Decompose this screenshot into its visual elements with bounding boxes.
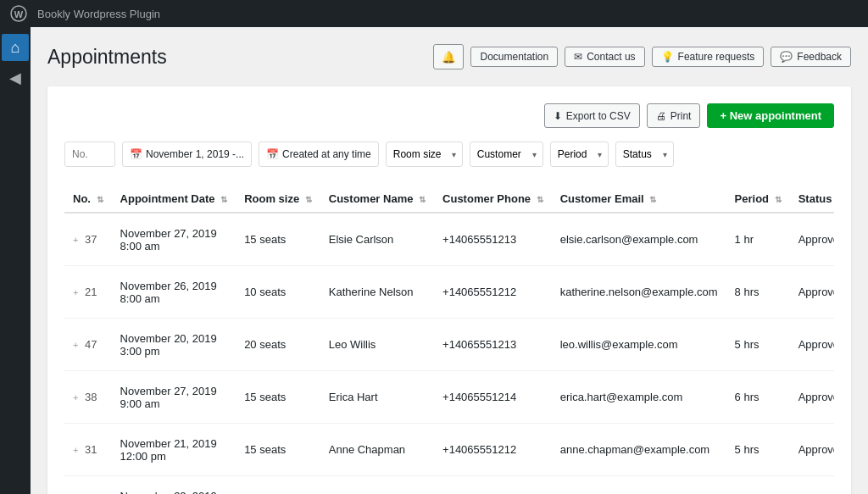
table-row: + 37 November 27, 20198:00 am 15 seats E… bbox=[64, 213, 834, 266]
cell-name: Leo Willis bbox=[320, 319, 434, 371]
table-row: + 38 November 27, 20199:00 am 15 seats E… bbox=[64, 371, 834, 424]
wordpress-logo: W bbox=[10, 5, 27, 22]
col-phone: Customer Phone ⇅ bbox=[434, 184, 552, 213]
room-size-filter[interactable]: Room size bbox=[386, 142, 463, 167]
table-row: + 21 November 26, 20198:00 am 10 seats K… bbox=[64, 266, 834, 319]
created-at-filter[interactable]: 📅 Created at any time bbox=[259, 142, 379, 167]
calendar-icon-2: 📅 bbox=[266, 148, 279, 160]
sidebar-arrow-icon[interactable]: ◀ bbox=[2, 64, 29, 92]
period-filter[interactable]: Period bbox=[550, 142, 609, 167]
expand-icon[interactable]: + bbox=[73, 287, 78, 297]
cell-email: charlene.fox@example.com bbox=[552, 476, 726, 495]
sort-icon-no[interactable]: ⇅ bbox=[97, 195, 103, 204]
cell-name: Erica Hart bbox=[320, 371, 434, 424]
cell-phone: +14065551212 bbox=[434, 424, 552, 476]
cell-date: November 20, 20193:00 pm bbox=[112, 319, 236, 371]
print-button[interactable]: 🖨 Print bbox=[647, 103, 701, 128]
sort-icon-email[interactable]: ⇅ bbox=[649, 195, 656, 204]
col-no: No. ⇅ bbox=[64, 184, 112, 213]
sort-icon-room[interactable]: ⇅ bbox=[305, 195, 312, 204]
filter-row: 📅 November 1, 2019 -... 📅 Created at any… bbox=[64, 142, 834, 167]
sort-icon-date[interactable]: ⇅ bbox=[220, 195, 227, 204]
col-date: Appointment Date ⇅ bbox=[112, 184, 236, 213]
sort-icon-name[interactable]: ⇅ bbox=[419, 195, 426, 204]
documentation-button[interactable]: Documentation bbox=[470, 47, 558, 67]
cell-email: anne.chapman@example.com bbox=[552, 424, 726, 476]
expand-icon[interactable]: + bbox=[73, 392, 78, 402]
cell-status: Approved bbox=[790, 476, 834, 495]
cell-status: Approved bbox=[790, 213, 834, 266]
calendar-icon: 📅 bbox=[130, 148, 142, 160]
cell-period: 5 hrs bbox=[726, 476, 790, 495]
cell-status: Approved bbox=[790, 371, 834, 424]
cell-phone: +14065551212 bbox=[434, 266, 552, 319]
sidebar: ⌂ ◀ bbox=[0, 27, 31, 494]
table-header-row: No. ⇅ Appointment Date ⇅ Room size ⇅ Cus… bbox=[64, 184, 834, 213]
row-id: 31 bbox=[85, 443, 97, 456]
cell-status: Approved bbox=[790, 266, 834, 319]
col-status: Status ⇅ bbox=[790, 184, 834, 213]
row-id: 38 bbox=[85, 391, 97, 403]
lightbulb-icon: 💡 bbox=[661, 51, 674, 63]
admin-bar-title: Bookly Wordpress Plugin bbox=[37, 8, 160, 20]
cell-room: 10 seats bbox=[236, 266, 320, 319]
new-appointment-button[interactable]: + New appointment bbox=[707, 103, 834, 128]
main-content: Appointments 🔔 Documentation ✉ Contact u… bbox=[31, 27, 868, 494]
cell-no: + 31 bbox=[64, 424, 112, 476]
cell-phone: +14065551214 bbox=[434, 371, 552, 424]
cell-room: 20 seats bbox=[236, 319, 320, 371]
number-filter-input[interactable] bbox=[64, 142, 115, 167]
row-id: 37 bbox=[85, 233, 97, 246]
export-csv-button[interactable]: ⬇ Export to CSV bbox=[544, 103, 640, 128]
col-email: Customer Email ⇅ bbox=[552, 184, 726, 213]
sidebar-home-icon[interactable]: ⌂ bbox=[2, 34, 29, 61]
cell-room: 15 seats bbox=[236, 424, 320, 476]
notification-bell-button[interactable]: 🔔 bbox=[433, 44, 464, 69]
appointments-table-wrapper: No. ⇅ Appointment Date ⇅ Room size ⇅ Cus… bbox=[64, 184, 834, 494]
cell-room: 15 seats bbox=[236, 476, 320, 495]
cell-phone: +14065551214 bbox=[434, 476, 552, 495]
customer-filter-wrapper: Customer bbox=[470, 142, 543, 167]
appointments-table: No. ⇅ Appointment Date ⇅ Room size ⇅ Cus… bbox=[64, 184, 834, 494]
envelope-icon: ✉ bbox=[574, 51, 582, 63]
cell-date: November 26, 20198:00 am bbox=[112, 266, 236, 319]
row-id: 47 bbox=[85, 338, 97, 351]
col-room: Room size ⇅ bbox=[236, 184, 320, 213]
cell-name: Charlene Fox bbox=[320, 476, 434, 495]
cell-no: + 38 bbox=[64, 371, 112, 424]
cell-email: katherine.nelson@example.com bbox=[552, 266, 726, 319]
sort-icon-phone[interactable]: ⇅ bbox=[537, 195, 543, 204]
cell-date: November 22, 20192:00 pm bbox=[112, 476, 236, 495]
cell-period: 1 hr bbox=[726, 213, 790, 266]
cell-no: + 47 bbox=[64, 319, 112, 371]
room-size-filter-wrapper: Room size bbox=[386, 142, 463, 167]
comment-icon: 💬 bbox=[780, 51, 793, 63]
download-icon: ⬇ bbox=[554, 110, 562, 122]
bell-wrapper: 🔔 bbox=[433, 44, 464, 69]
cell-date: November 27, 20199:00 am bbox=[112, 371, 236, 424]
page-header: Appointments 🔔 Documentation ✉ Contact u… bbox=[47, 44, 851, 69]
status-filter[interactable]: Status bbox=[615, 142, 674, 167]
cell-room: 15 seats bbox=[236, 371, 320, 424]
period-filter-wrapper: Period bbox=[550, 142, 609, 167]
feature-requests-button[interactable]: 💡 Feature requests bbox=[652, 47, 765, 67]
cell-name: Katherine Nelson bbox=[320, 266, 434, 319]
cell-period: 5 hrs bbox=[726, 319, 790, 371]
admin-bar: W Bookly Wordpress Plugin bbox=[0, 0, 868, 27]
date-range-filter[interactable]: 📅 November 1, 2019 -... bbox=[122, 142, 252, 167]
cell-email: erica.hart@example.com bbox=[552, 371, 726, 424]
expand-icon[interactable]: + bbox=[73, 445, 78, 455]
feedback-button[interactable]: 💬 Feedback bbox=[771, 47, 851, 67]
contact-us-button[interactable]: ✉ Contact us bbox=[565, 47, 644, 67]
col-period: Period ⇅ bbox=[726, 184, 790, 213]
expand-icon[interactable]: + bbox=[73, 340, 78, 350]
table-row: + 47 November 20, 20193:00 pm 20 seats L… bbox=[64, 319, 834, 371]
customer-filter[interactable]: Customer bbox=[470, 142, 543, 167]
table-row: + 31 November 21, 201912:00 pm 15 seats … bbox=[64, 424, 834, 476]
col-name: Customer Name ⇅ bbox=[320, 184, 434, 213]
cell-name: Elsie Carlson bbox=[320, 213, 434, 266]
expand-icon[interactable]: + bbox=[73, 235, 78, 245]
sort-icon-period[interactable]: ⇅ bbox=[775, 195, 782, 204]
cell-date: November 21, 201912:00 pm bbox=[112, 424, 236, 476]
cell-phone: +14065551213 bbox=[434, 319, 552, 371]
